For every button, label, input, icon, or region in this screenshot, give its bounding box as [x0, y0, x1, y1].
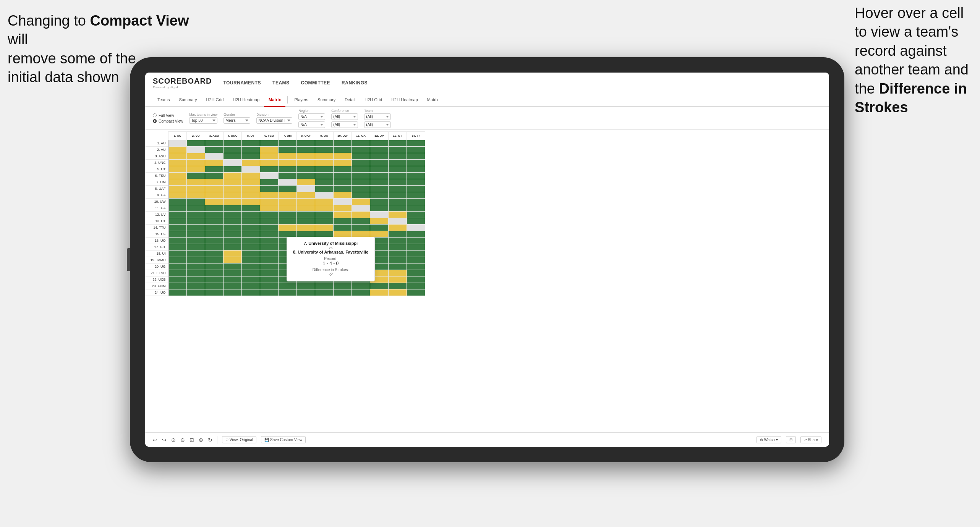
matrix-cell-r13-c3[interactable] — [205, 218, 224, 225]
matrix-cell-r12-c11[interactable] — [352, 212, 370, 218]
redo-icon[interactable]: ↪ — [162, 437, 167, 443]
matrix-cell-r6-c10[interactable] — [334, 173, 352, 179]
matrix-cell-r12-c5[interactable] — [242, 212, 260, 218]
matrix-cell-r6-c14[interactable] — [407, 173, 425, 179]
matrix-cell-r13-c12[interactable] — [370, 218, 389, 225]
layout-btn[interactable]: ⊞ — [786, 436, 796, 443]
matrix-cell-r12-c1[interactable] — [168, 212, 187, 218]
matrix-cell-r15-c3[interactable] — [205, 231, 224, 238]
matrix-cell-r4-c12[interactable] — [370, 160, 389, 166]
matrix-cell-r16-c2[interactable] — [187, 238, 205, 244]
matrix-cell-r9-c6[interactable] — [260, 192, 279, 199]
matrix-cell-r11-c9[interactable] — [315, 205, 334, 212]
matrix-cell-r17-c4[interactable] — [224, 244, 242, 251]
matrix-cell-r10-c4[interactable] — [224, 199, 242, 205]
matrix-cell-r13-c13[interactable] — [389, 218, 407, 225]
matrix-cell-r14-c10[interactable] — [334, 225, 352, 231]
matrix-cell-r23-c13[interactable] — [389, 283, 407, 289]
filter-gender-select[interactable]: Men's — [224, 117, 250, 124]
matrix-cell-r10-c6[interactable] — [260, 199, 279, 205]
matrix-cell-r2-c7[interactable] — [279, 147, 297, 153]
matrix-cell-r20-c6[interactable] — [260, 264, 279, 270]
matrix-cell-r4-c5[interactable] — [242, 160, 260, 166]
matrix-cell-r12-c7[interactable] — [279, 212, 297, 218]
matrix-cell-r18-c6[interactable] — [260, 251, 279, 257]
matrix-cell-r23-c14[interactable] — [407, 283, 425, 289]
matrix-cell-r23-c3[interactable] — [205, 283, 224, 289]
matrix-cell-r3-c4[interactable] — [224, 153, 242, 160]
matrix-cell-r18-c4[interactable] — [224, 251, 242, 257]
matrix-cell-r15-c6[interactable] — [260, 231, 279, 238]
matrix-cell-r20-c5[interactable] — [242, 264, 260, 270]
matrix-cell-r4-c14[interactable] — [407, 160, 425, 166]
matrix-cell-r9-c12[interactable] — [370, 192, 389, 199]
matrix-cell-r9-c14[interactable] — [407, 192, 425, 199]
matrix-cell-r10-c5[interactable] — [242, 199, 260, 205]
matrix-cell-r10-c3[interactable] — [205, 199, 224, 205]
matrix-cell-r8-c3[interactable] — [205, 186, 224, 192]
matrix-cell-r1-c7[interactable] — [279, 140, 297, 147]
matrix-cell-r2-c5[interactable] — [242, 147, 260, 153]
matrix-cell-r8-c5[interactable] — [242, 186, 260, 192]
matrix-cell-r12-c2[interactable] — [187, 212, 205, 218]
matrix-cell-r11-c10[interactable] — [334, 205, 352, 212]
matrix-cell-r19-c3[interactable] — [205, 257, 224, 264]
matrix-cell-r5-c13[interactable] — [389, 166, 407, 173]
matrix-cell-r16-c4[interactable] — [224, 238, 242, 244]
matrix-cell-r12-c9[interactable] — [315, 212, 334, 218]
matrix-cell-r11-c13[interactable] — [389, 205, 407, 212]
matrix-cell-r1-c4[interactable] — [224, 140, 242, 147]
matrix-cell-r9-c10[interactable] — [334, 192, 352, 199]
matrix-cell-r21-c13[interactable] — [389, 270, 407, 276]
matrix-cell-r2-c10[interactable] — [334, 147, 352, 153]
zoom-out-icon[interactable]: ⊖ — [180, 437, 185, 443]
matrix-cell-r7-c8[interactable] — [297, 179, 315, 186]
matrix-cell-r9-c5[interactable] — [242, 192, 260, 199]
matrix-cell-r12-c8[interactable] — [297, 212, 315, 218]
matrix-cell-r13-c6[interactable] — [260, 218, 279, 225]
matrix-cell-r5-c12[interactable] — [370, 166, 389, 173]
matrix-cell-r9-c4[interactable] — [224, 192, 242, 199]
matrix-cell-r9-c2[interactable] — [187, 192, 205, 199]
sub-nav-summary-right[interactable]: Summary — [313, 93, 340, 107]
matrix-cell-r9-c3[interactable] — [205, 192, 224, 199]
refresh-icon[interactable]: ↻ — [208, 437, 212, 443]
matrix-cell-r13-c2[interactable] — [187, 218, 205, 225]
matrix-cell-r22-c1[interactable] — [168, 276, 187, 283]
matrix-cell-r7-c9[interactable] — [315, 179, 334, 186]
matrix-cell-r14-c12[interactable] — [370, 225, 389, 231]
matrix-cell-r21-c6[interactable] — [260, 270, 279, 276]
filter-icon[interactable]: ⊙ — [171, 437, 176, 443]
matrix-cell-r1-c6[interactable] — [260, 140, 279, 147]
matrix-cell-r3-c14[interactable] — [407, 153, 425, 160]
matrix-cell-r2-c1[interactable] — [168, 147, 187, 153]
matrix-cell-r3-c3[interactable] — [205, 153, 224, 160]
matrix-cell-r2-c2[interactable] — [187, 147, 205, 153]
matrix-cell-r9-c9[interactable] — [315, 192, 334, 199]
matrix-cell-r11-c11[interactable] — [352, 205, 370, 212]
matrix-cell-r6-c6[interactable] — [260, 173, 279, 179]
matrix-cell-r2-c9[interactable] — [315, 147, 334, 153]
matrix-cell-r13-c11[interactable] — [352, 218, 370, 225]
matrix-cell-r6-c1[interactable] — [168, 173, 187, 179]
matrix-cell-r14-c2[interactable] — [187, 225, 205, 231]
matrix-cell-r15-c8[interactable] — [297, 231, 315, 238]
matrix-cell-r7-c1[interactable] — [168, 179, 187, 186]
view-original-btn[interactable]: ⊙ View: Original — [222, 436, 256, 443]
matrix-cell-r12-c13[interactable] — [389, 212, 407, 218]
matrix-cell-r20-c2[interactable] — [187, 264, 205, 270]
matrix-cell-r15-c13[interactable] — [389, 231, 407, 238]
matrix-cell-r15-c1[interactable] — [168, 231, 187, 238]
matrix-cell-r22-c4[interactable] — [224, 276, 242, 283]
matrix-cell-r10-c11[interactable] — [352, 199, 370, 205]
matrix-cell-r6-c12[interactable] — [370, 173, 389, 179]
matrix-cell-r4-c6[interactable] — [260, 160, 279, 166]
filter-team-select-2[interactable]: (All) — [364, 121, 391, 128]
matrix-cell-r14-c3[interactable] — [205, 225, 224, 231]
matrix-cell-r13-c8[interactable] — [297, 218, 315, 225]
matrix-cell-r3-c6[interactable] — [260, 153, 279, 160]
matrix-cell-r22-c14[interactable] — [407, 276, 425, 283]
matrix-cell-r23-c12[interactable] — [370, 283, 389, 289]
nav-tournaments[interactable]: TOURNAMENTS — [223, 79, 261, 87]
filter-region-select-1[interactable]: N/A — [298, 113, 325, 120]
